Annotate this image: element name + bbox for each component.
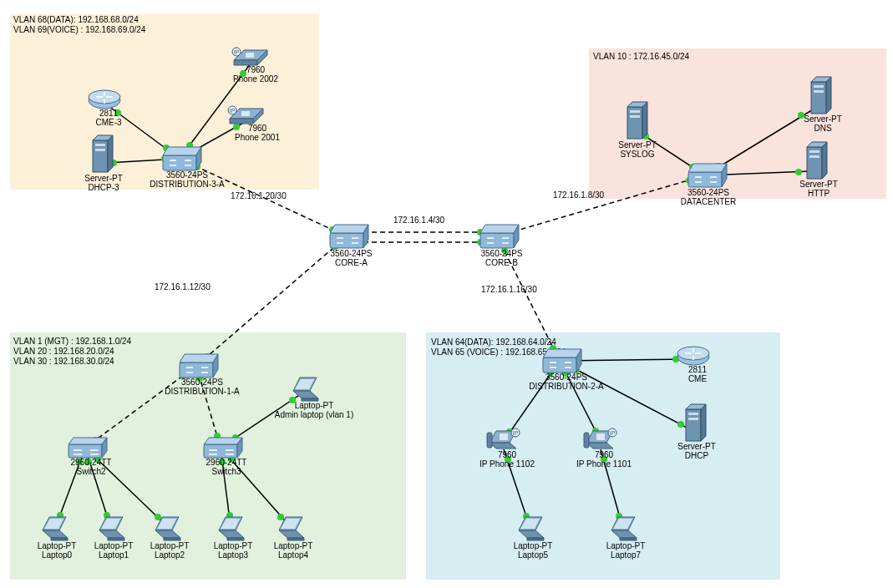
device-ipphone-1102[interactable]: 7960IP Phone 1102 [474,450,540,469]
svg-point-39 [361,239,368,246]
svg-point-69 [575,357,581,363]
device-laptop4[interactable]: Laptop-PTLaptop4 [268,541,318,560]
svg-point-78 [523,513,530,520]
device-ipphone-1101[interactable]: 7960IP Phone 1101 [571,450,637,469]
svg-point-38 [477,229,484,236]
svg-point-34 [161,155,168,162]
device-laptop1[interactable]: Laptop-PTLaptop1 [89,541,139,560]
device-phone-2001[interactable]: 7960Phone 2001 [227,124,287,142]
device-dhcp[interactable]: Server-PTDHCP [672,442,722,460]
device-laptop5[interactable]: Laptop-PTLaptop5 [508,541,558,560]
device-laptop7[interactable]: Laptop-PTLaptop7 [601,541,651,560]
device-datacenter[interactable]: 3560-24PSDATACENTER [671,188,746,206]
svg-point-74 [506,428,513,435]
svg-point-46 [715,163,722,170]
svg-point-58 [57,512,63,519]
svg-point-43 [642,133,649,139]
device-dist-3a[interactable]: 3560-24PSDISTRIBUTION-3-A [141,170,233,189]
svg-point-80 [616,513,622,520]
topology-links [0,0,893,588]
svg-point-60 [104,512,110,519]
svg-point-28 [163,144,170,151]
svg-point-52 [550,345,556,352]
svg-point-42 [686,177,693,184]
svg-point-44 [689,164,696,170]
link-label-dist3a-corea: 172.16.1.20/30 [231,191,287,200]
svg-point-64 [226,512,233,519]
svg-point-41 [511,228,518,235]
device-laptop2[interactable]: Laptop-PTLaptop2 [145,541,195,560]
svg-point-40 [477,239,484,246]
link-label-coreb-dist2a: 172.16.1.16/30 [481,285,537,294]
device-cme[interactable]: 2811CME [677,365,718,383]
svg-point-70 [672,356,679,362]
svg-point-35 [194,164,200,170]
svg-point-30 [186,142,193,149]
device-core-b[interactable]: 3560-24PSCORE-B [470,249,533,267]
svg-point-48 [718,171,725,178]
device-syslog[interactable]: Server-PTSYSLOG [611,140,663,159]
device-laptop3[interactable]: Laptop-PTLaptop3 [208,541,258,560]
device-dns[interactable]: Server-PTDNS [798,114,848,133]
device-laptop0[interactable]: Laptop-PTLaptop0 [32,541,82,560]
svg-point-50 [204,353,211,360]
device-switch2[interactable]: 2960-24TTSwitch2 [61,458,121,476]
device-phone-2002[interactable]: 7960Phone 2002 [231,65,281,84]
svg-line-3 [107,159,180,163]
device-dist-2a[interactable]: 3560-24PSDISTRIBUTION-2-A [520,373,612,391]
device-cme-3[interactable]: 2811CME-3 [88,109,129,127]
svg-point-33 [110,160,117,166]
svg-point-56 [214,433,221,439]
svg-point-76 [592,428,599,434]
svg-point-32 [190,148,196,155]
svg-point-66 [277,514,284,520]
link-label-corea-coreb: 172.16.1.4/30 [393,215,444,225]
svg-point-37 [361,229,368,236]
svg-point-72 [677,421,684,428]
svg-point-67 [232,434,239,441]
svg-point-36 [329,226,336,233]
link-label-corea-dist1a: 172.16.1.12/30 [155,282,211,291]
link-label-coreb-dc: 172.16.1.8/30 [553,190,604,200]
device-admin-laptop[interactable]: Laptop-PTAdmin laptop (vlan 1) [264,401,364,419]
device-dhcp-3[interactable]: Server-PTDHCP-3 [79,174,129,192]
svg-point-62 [155,514,161,520]
svg-point-54 [92,437,99,444]
device-dist-1a[interactable]: 3560-24PSDISTRIBUTION-1-A [156,378,248,396]
device-core-a[interactable]: 3560-24PSCORE-A [320,249,383,267]
device-switch3[interactable]: 2960-24TTSwitch3 [196,458,256,476]
device-http[interactable]: Server-PTHTTP [794,180,844,198]
svg-point-47 [795,169,802,175]
